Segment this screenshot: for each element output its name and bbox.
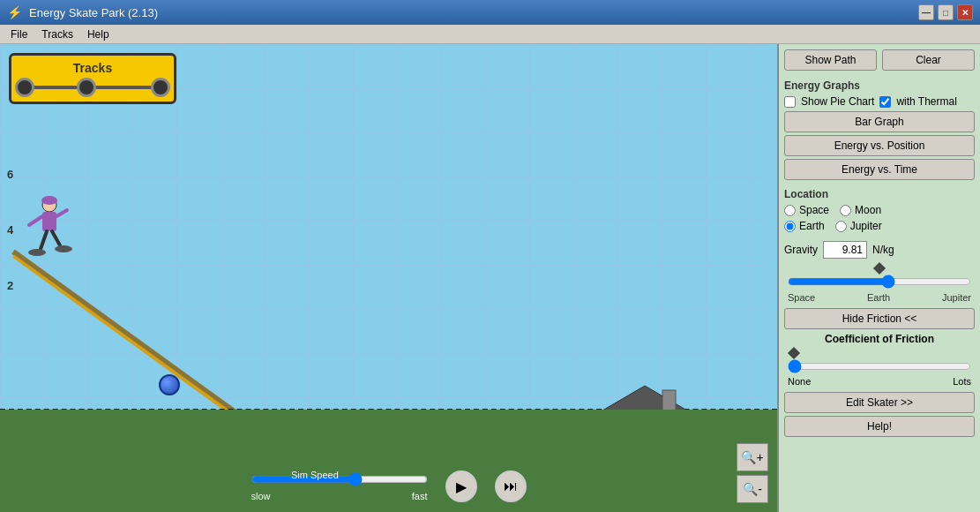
clear-button[interactable]: Clear [882, 49, 975, 71]
gravity-label: Gravity [784, 244, 818, 256]
location-row-1: Space Moon [784, 204, 975, 216]
location-row-2: Earth Jupiter [784, 220, 975, 232]
gravity-jupiter-label: Jupiter [942, 292, 971, 303]
coefficient-label: Coefficient of Friction [784, 333, 975, 345]
app-icon: ⚡ [7, 5, 22, 19]
jupiter-option[interactable]: Jupiter [835, 220, 882, 232]
skater-figure [16, 194, 78, 265]
svg-line-6 [29, 216, 42, 225]
canvas-area: 6 4 2 PE = 0 at this dotted line [0, 44, 777, 512]
gravity-unit: N/kg [872, 244, 894, 256]
space-option[interactable]: Space [784, 204, 829, 216]
slider-labels: slow fast [251, 491, 428, 501]
main-layout: 6 4 2 PE = 0 at this dotted line [0, 44, 980, 512]
maximize-button[interactable]: □ [938, 4, 954, 20]
minimize-button[interactable]: — [918, 4, 934, 20]
friction-slider-section: None Lots [784, 349, 975, 387]
tracks-panel-title: Tracks [22, 61, 163, 75]
gravity-slider[interactable] [788, 275, 971, 289]
energy-vs-position-button[interactable]: Energy vs. Position [784, 135, 975, 156]
earth-option[interactable]: Earth [784, 220, 825, 232]
ground [0, 410, 777, 461]
title-bar-buttons: — □ ✕ [918, 4, 973, 20]
energy-vs-time-button[interactable]: Energy vs. Time [784, 159, 975, 180]
gravity-row: Gravity 9.81 N/kg [784, 241, 975, 259]
friction-marker [788, 347, 800, 359]
tracks-panel[interactable]: Tracks [9, 53, 176, 104]
gravity-slider-section: Space Earth Jupiter [784, 264, 975, 308]
close-button[interactable]: ✕ [957, 4, 973, 20]
speed-slider-container: slow fast [251, 472, 428, 501]
path-row: Show Path Clear [784, 49, 975, 71]
play-button[interactable]: ▶ [445, 471, 477, 502]
help-button[interactable]: Help! [784, 416, 975, 437]
y-axis: 6 4 2 [7, 168, 13, 292]
show-pie-chart-row: Show Pie Chart with Thermal [784, 95, 975, 108]
friction-lots-label: Lots [953, 376, 971, 387]
sim-speed-label: Sim Speed [291, 470, 339, 480]
zoom-in-button[interactable]: 🔍+ [737, 443, 768, 471]
controls-bar: Sim Speed slow fast ▶ ⏭ 🔍+ 🔍- [0, 461, 777, 512]
menu-bar: File Tracks Help [0, 25, 980, 44]
earth-label: Earth [799, 220, 825, 232]
gravity-input[interactable]: 9.81 [823, 241, 867, 259]
zoom-out-button[interactable]: 🔍- [737, 475, 768, 503]
svg-point-4 [41, 196, 57, 205]
jupiter-label: Jupiter [850, 220, 882, 232]
show-pie-chart-checkbox[interactable] [784, 96, 796, 108]
hide-friction-button[interactable]: Hide Friction << [784, 308, 975, 329]
earth-radio[interactable] [784, 221, 796, 232]
gravity-earth-label: Earth [867, 292, 890, 303]
y-label-2: 2 [7, 279, 13, 292]
y-label-6: 6 [7, 168, 13, 181]
zoom-buttons: 🔍+ 🔍- [737, 443, 768, 503]
gravity-marker [873, 262, 886, 275]
bar-graph-button[interactable]: Bar Graph [784, 111, 975, 132]
moon-label: Moon [855, 204, 881, 216]
svg-rect-5 [42, 212, 56, 231]
friction-slider[interactable] [788, 359, 971, 373]
svg-line-7 [56, 210, 67, 216]
space-label: Space [799, 204, 829, 216]
gravity-marker-row [788, 264, 971, 273]
space-radio[interactable] [784, 205, 796, 216]
location-title: Location [784, 188, 975, 200]
menu-tracks[interactable]: Tracks [34, 26, 80, 42]
energy-graphs-section: Energy Graphs Show Pie Chart with Therma… [784, 79, 975, 183]
svg-line-8 [41, 231, 47, 249]
friction-labels: None Lots [788, 376, 971, 387]
title-bar: ⚡ Energy Skate Park (2.13) — □ ✕ [0, 0, 980, 25]
with-thermal-checkbox[interactable] [879, 96, 891, 108]
friction-section: Hide Friction << Coefficient of Friction… [784, 308, 975, 392]
location-section: Location Space Moon Earth Jupite [784, 188, 975, 236]
right-panel: Show Path Clear Energy Graphs Show Pie C… [777, 44, 980, 512]
step-button[interactable]: ⏭ [495, 471, 527, 502]
moon-radio[interactable] [840, 205, 851, 216]
slow-label: slow [251, 491, 271, 501]
edit-skater-button[interactable]: Edit Skater >> [784, 392, 975, 413]
track-ball [159, 374, 180, 395]
svg-point-10 [28, 249, 46, 256]
menu-help[interactable]: Help [80, 26, 116, 42]
path-section: Show Path Clear [784, 49, 975, 74]
energy-graphs-title: Energy Graphs [784, 79, 975, 92]
menu-file[interactable]: File [4, 26, 34, 42]
gravity-space-label: Space [788, 292, 815, 303]
svg-point-11 [55, 245, 72, 252]
show-pie-chart-label: Show Pie Chart [801, 95, 874, 108]
track-icon [22, 79, 163, 96]
moon-option[interactable]: Moon [840, 204, 881, 216]
gravity-labels: Space Earth Jupiter [788, 292, 971, 303]
svg-line-9 [52, 231, 60, 245]
jupiter-radio[interactable] [835, 221, 847, 232]
show-path-button[interactable]: Show Path [784, 49, 877, 71]
fast-label: fast [412, 491, 428, 501]
with-thermal-label: with Thermal [896, 95, 956, 108]
y-label-4: 4 [7, 223, 13, 237]
friction-none-label: None [788, 376, 811, 387]
speed-slider[interactable] [251, 472, 428, 486]
window-title: Energy Skate Park (2.13) [29, 6, 158, 19]
